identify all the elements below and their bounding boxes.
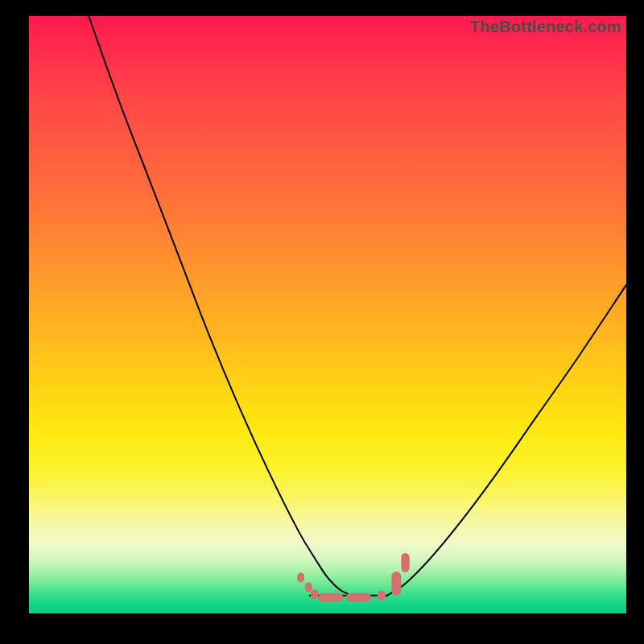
series-left-branch [89, 16, 351, 596]
marker-dot [297, 573, 304, 583]
marker-dot [401, 553, 409, 572]
plot-area: TheBottleneck.com [29, 16, 626, 613]
marker-dot [391, 572, 401, 596]
marker-dot [305, 582, 312, 592]
marker-dot [346, 593, 371, 601]
series-right-branch [387, 285, 626, 596]
chart-frame: TheBottleneck.com [0, 0, 644, 644]
marker-dot [318, 593, 343, 601]
marker-dot [311, 589, 318, 599]
curve-layer [29, 16, 626, 613]
marker-dot [378, 591, 386, 601]
